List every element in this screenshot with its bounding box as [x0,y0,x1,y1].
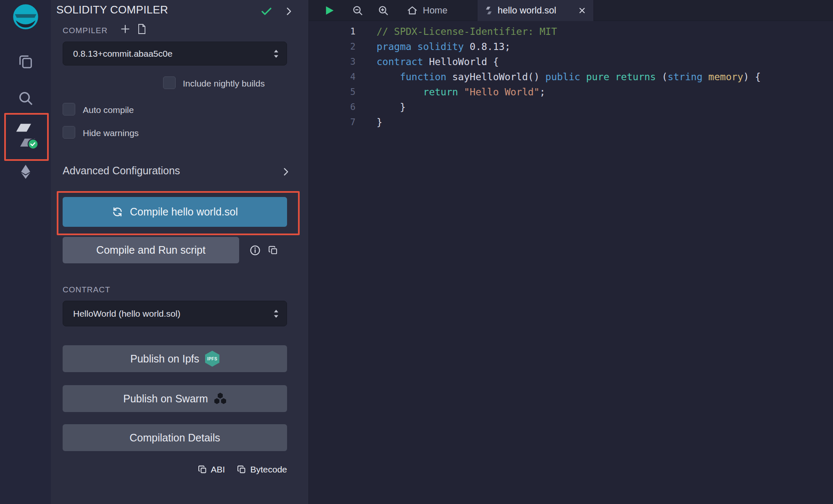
editor-toolbar: Home hello world.sol [309,0,833,21]
open-file-icon[interactable] [137,24,147,34]
compile-and-run-label: Compile and Run script [96,244,206,256]
deploy-run-icon[interactable] [0,163,51,181]
copy-script-icon[interactable] [268,245,279,256]
advanced-chevron-icon[interactable] [280,166,291,177]
publish-swarm-label: Publish on Swarm [123,393,208,405]
line-number: 6 [309,100,356,115]
code-line[interactable]: 4 function sayHelloWorld() public pure r… [309,69,833,84]
publish-ipfs-label: Publish on Ipfs [130,353,199,365]
add-compiler-icon[interactable] [120,24,131,34]
contract-select-value: HelloWorld (hello world.sol) [73,309,180,319]
search-icon[interactable] [0,90,51,107]
remix-ide: SOLIDITY COMPILER COMPILER 0.8.13+commit… [0,0,833,504]
contract-select[interactable]: HelloWorld (hello world.sol) [63,301,287,326]
include-nightly-checkbox[interactable] [163,76,176,89]
tab-home-label: Home [423,5,448,16]
select-stepper-icon [272,48,280,59]
abi-label: ABI [211,465,225,475]
select-stepper-icon [272,308,280,319]
contract-section-label: CONTRACT [63,285,111,294]
tab-file-label: hello world.sol [498,5,556,16]
code-line[interactable]: 7} [309,115,833,130]
code-line[interactable]: 5 return "Hello World"; [309,84,833,100]
code-line-content: // SPDX-License-Identifier: MIT [356,24,557,39]
abi-bytecode-row: ABI Bytecode [63,465,287,475]
include-nightly-label: Include nightly builds [183,79,265,89]
panel-title: SOLIDITY COMPILER [56,3,168,16]
compiler-section-label: COMPILER [63,26,108,35]
refresh-icon [112,206,123,218]
ipfs-badge-text: IPFS [207,357,217,361]
info-icon[interactable] [249,244,261,256]
zoom-in-icon[interactable] [377,5,389,16]
advanced-config-toggle[interactable]: Advanced Configurations [63,165,180,177]
tab-hello-world-sol[interactable]: hello world.sol [477,0,594,21]
copy-abi-button[interactable]: ABI [198,465,225,475]
code-line-content: } [356,100,406,115]
code-line[interactable]: 1// SPDX-License-Identifier: MIT [309,24,833,39]
line-number: 3 [309,54,356,69]
compile-button-label: Compile hello world.sol [130,206,238,218]
swarm-icon [214,393,227,404]
compiler-version-value: 0.8.13+commit.abaa5c0e [73,49,172,59]
compilation-details-label: Compilation Details [129,432,220,444]
code-line-content: return "Hello World"; [356,84,546,100]
activity-bar [0,0,51,504]
close-tab-icon[interactable] [578,7,586,14]
compile-button[interactable]: Compile hello world.sol [63,197,287,227]
zoom-out-icon[interactable] [352,5,364,16]
line-number: 7 [309,115,356,130]
code-area[interactable]: 1// SPDX-License-Identifier: MIT2pragma … [309,21,833,504]
solidity-compiler-panel: SOLIDITY COMPILER COMPILER 0.8.13+commit… [51,0,308,504]
remix-logo[interactable] [0,3,51,31]
compile-and-run-button[interactable]: Compile and Run script [63,237,239,263]
auto-compile-checkbox[interactable] [63,103,75,116]
ipfs-icon: IPFS [205,351,219,367]
code-line-content: } [356,115,382,130]
code-line[interactable]: 6 } [309,100,833,115]
bytecode-label: Bytecode [250,465,287,475]
code-line-content: function sayHelloWorld() public pure ret… [356,69,761,84]
code-line[interactable]: 3contract HelloWorld { [309,54,833,69]
code-line-content: pragma solidity 0.8.13; [356,39,511,54]
code-line-content: contract HelloWorld { [356,54,499,69]
line-number: 4 [309,69,356,84]
advanced-config-label: Advanced Configurations [63,165,180,176]
solidity-file-icon [485,6,493,15]
line-number: 5 [309,84,356,100]
tab-home[interactable]: Home [393,0,477,21]
line-number: 1 [309,24,356,39]
editor: Home hello world.sol 1// SPDX-License-Id… [308,0,833,504]
solidity-compiler-icon[interactable] [0,122,51,150]
compiler-version-select[interactable]: 0.8.13+commit.abaa5c0e [63,42,287,66]
home-icon [407,5,418,16]
auto-compile-label: Auto compile [83,105,134,115]
panel-chevron-icon[interactable] [283,6,294,17]
publish-ipfs-button[interactable]: Publish on Ipfs IPFS [63,345,287,372]
code-line[interactable]: 2pragma solidity 0.8.13; [309,39,833,54]
hide-warnings-label: Hide warnings [83,128,139,138]
copy-bytecode-button[interactable]: Bytecode [237,465,287,475]
compile-success-check-icon [260,5,273,18]
hide-warnings-checkbox[interactable] [63,126,75,139]
line-number: 2 [309,39,356,54]
file-explorer-icon[interactable] [0,53,51,70]
publish-swarm-button[interactable]: Publish on Swarm [63,385,287,412]
run-script-icon[interactable] [322,4,336,17]
compilation-details-button[interactable]: Compilation Details [63,424,287,451]
